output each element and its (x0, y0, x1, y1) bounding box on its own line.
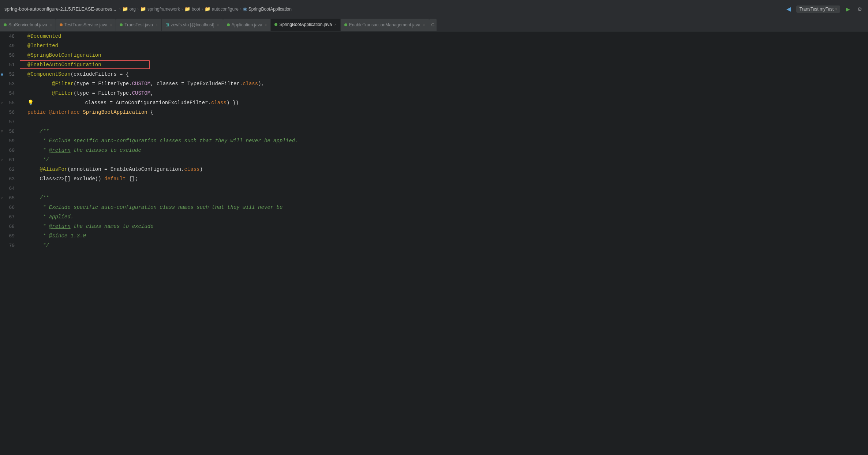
tab-dot (274, 23, 277, 26)
tab-spring-boot-application[interactable]: SpringBootApplication.java × (271, 19, 340, 31)
gutter-fold-61: ▽ (1, 158, 3, 162)
breadcrumb-boot: boot (192, 7, 200, 12)
back-button[interactable]: ◀ (785, 5, 793, 13)
code-line-51: @EnableAutoConfiguration (20, 60, 868, 69)
tabs-bar: StuServiceImpl.java × TestTransService.j… (0, 18, 868, 31)
tab-close[interactable]: × (110, 23, 112, 27)
code-line-68: * @return the class names to exclude (20, 222, 868, 231)
line-num-54: 54 (0, 89, 17, 98)
gutter-icon-circle: ◉ (1, 72, 3, 77)
tab-close[interactable]: × (423, 23, 425, 27)
line-num-66: 66 (0, 203, 17, 212)
tab-db[interactable]: ⊞ zcwfs.stu [@localhost] × (162, 19, 223, 31)
code-line-50: @SpringBootConfiguration (20, 50, 868, 60)
tab-close[interactable]: × (334, 23, 337, 27)
more-tabs-icon: C (431, 22, 435, 27)
tab-label: StuServiceImpl.java (8, 22, 47, 27)
tab-label: Application.java (232, 22, 262, 27)
gutter-fold-58: ▽ (1, 129, 3, 134)
tab-application[interactable]: Application.java × (223, 19, 271, 31)
line-num-60: 60 (0, 146, 17, 155)
line-num-53: 53 (0, 79, 17, 89)
line-num-59: 59 (0, 136, 17, 146)
line-num-69: 69 (0, 231, 17, 241)
code-area[interactable]: @Documented @Inherited @SpringBootConfig… (20, 31, 868, 455)
code-line-61: */ (20, 155, 868, 165)
breadcrumb: › 📁 org › 📁 springframework › 📁 boot › 📁… (119, 6, 782, 12)
run-config[interactable]: TransTest.myTest ▾ (796, 5, 840, 13)
tab-stu-service-impl[interactable]: StuServiceImpl.java × (0, 19, 56, 31)
gutter-fold-55: ▽ (1, 101, 3, 105)
breadcrumb-autoconfigure: autoconfigure (212, 7, 239, 12)
line-num-50: 50 (0, 50, 17, 60)
tab-close[interactable]: × (50, 23, 52, 27)
code-line-58: /** (20, 127, 868, 136)
lines-container: @Documented @Inherited @SpringBootConfig… (20, 31, 868, 250)
code-line-66: * Exclude specific auto-configuration cl… (20, 203, 868, 212)
tab-label: zcwfs.stu [@localhost] (171, 22, 214, 27)
tab-close[interactable]: × (265, 23, 267, 27)
tab-label: TransTest.java (124, 22, 153, 27)
code-line-55: 💡 classes = AutoConfigurationExcludeFilt… (20, 98, 868, 108)
breadcrumb-org: org (130, 7, 136, 12)
line-num-63: 63 (0, 174, 17, 184)
line-num-51: 51 (0, 60, 17, 69)
line-num-67: 67 (0, 212, 17, 222)
line-num-52: ◉ 52 (0, 69, 17, 79)
code-line-65: /** (20, 193, 868, 203)
folder-icon-3: 📁 (184, 6, 190, 12)
code-line-52: @ComponentScan(excludeFilters = { (20, 69, 868, 79)
code-line-56: public @interface SpringBootApplication … (20, 108, 868, 117)
settings-button[interactable]: ⚙ (856, 5, 864, 13)
tab-trans-test[interactable]: TransTest.java × (116, 19, 161, 31)
code-line-49: @Inherited (20, 41, 868, 50)
code-line-57 (20, 117, 868, 127)
tab-dot (60, 23, 63, 26)
folder-icon: 📁 (122, 6, 128, 12)
code-line-63: Class<?>[] exclude() default {}; (20, 174, 868, 184)
line-num-48: 48 (0, 31, 17, 41)
line-numbers: 48 49 50 51 ◉ 52 53 54 ▽ 55 56 57 ▽ 58 5… (0, 31, 20, 455)
run-config-dropdown-icon[interactable]: ▾ (835, 7, 837, 12)
tab-enable-transaction[interactable]: EnableTransactionManagement.java × (341, 19, 429, 31)
folder-icon-4: 📁 (205, 6, 210, 12)
line-num-62: 62 (0, 165, 17, 174)
code-line-54: @Filter(type = FilterType.CUSTOM, (20, 89, 868, 98)
code-line-69: * @since 1.3.0 (20, 231, 868, 241)
tab-test-trans-service[interactable]: TestTransService.java × (56, 19, 116, 31)
toolbar-right: ◀ TransTest.myTest ▾ ▶ ⚙ (785, 5, 864, 13)
line-num-55: ▽ 55 (0, 98, 17, 108)
line-num-65: ▽ 65 (0, 193, 17, 203)
line-num-57: 57 (0, 117, 17, 127)
project-title: spring-boot-autoconfigure-2.1.5.RELEASE-… (4, 6, 116, 12)
line-num-64: 64 (0, 184, 17, 193)
line-num-56: 56 (0, 108, 17, 117)
tab-label: TestTransService.java (64, 22, 108, 27)
code-line-59: * Exclude specific auto-configuration cl… (20, 136, 868, 146)
title-bar: spring-boot-autoconfigure-2.1.5.RELEASE-… (0, 0, 868, 18)
folder-icon-2: 📁 (140, 6, 146, 12)
table-icon: ⊞ (165, 22, 169, 27)
class-icon: ◉ (243, 6, 247, 12)
editor: 48 49 50 51 ◉ 52 53 54 ▽ 55 56 57 ▽ 58 5… (0, 31, 868, 455)
tab-dot (344, 23, 347, 26)
tab-more[interactable]: C (429, 19, 437, 31)
code-line-67: * applied. (20, 212, 868, 222)
line-num-58: ▽ 58 (0, 127, 17, 136)
gutter-fold-65: ▽ (1, 196, 3, 200)
tab-close[interactable]: × (156, 23, 158, 27)
tab-dot (227, 23, 230, 26)
code-line-70: */ (20, 241, 868, 250)
tab-label: EnableTransactionManagement.java (349, 22, 420, 27)
bulb-icon: 💡 (27, 98, 34, 108)
code-line-60: * @return the classes to exclude (20, 146, 868, 155)
tab-dot (4, 23, 7, 26)
code-line-53: @Filter(type = FilterType.CUSTOM, classe… (20, 79, 868, 89)
run-config-label: TransTest.myTest (799, 7, 834, 12)
line-num-61: ▽ 61 (0, 155, 17, 165)
breadcrumb-class: SpringBootApplication (248, 7, 292, 12)
line-num-70: 70 (0, 241, 17, 250)
run-button[interactable]: ▶ (844, 5, 852, 13)
tab-close[interactable]: × (217, 23, 219, 27)
code-line-64 (20, 184, 868, 193)
